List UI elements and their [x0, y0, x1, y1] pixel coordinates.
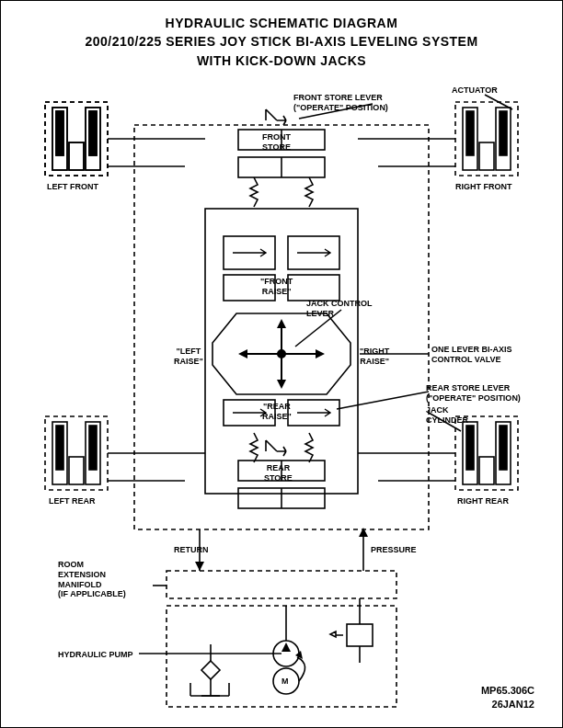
svg-point-55: [278, 350, 285, 358]
svg-rect-25: [479, 457, 494, 484]
label-left-rear: LEFT REAR: [49, 496, 96, 506]
svg-marker-53: [238, 349, 247, 358]
svg-rect-66: [167, 571, 396, 598]
svg-marker-51: [277, 380, 286, 389]
svg-marker-50: [277, 319, 286, 328]
svg-rect-45: [288, 275, 339, 301]
label-one-lever-valve: ONE LEVER BI-AXIS CONTROL VALVE: [431, 345, 512, 365]
label-front-raise: "FRONT RAISE": [260, 277, 293, 297]
svg-rect-18: [89, 426, 97, 470]
svg-rect-24: [500, 426, 507, 470]
svg-rect-2: [45, 102, 108, 176]
footer: MP65.306C 26JAN12: [481, 684, 534, 711]
label-pressure: PRESSURE: [371, 545, 417, 555]
drawing-code: MP65.306C: [481, 684, 534, 697]
label-motor: M: [282, 677, 289, 687]
svg-marker-65: [359, 528, 368, 537]
page: HYDRAULIC SCHEMATIC DIAGRAM 200/210/225 …: [0, 0, 563, 728]
label-room-extension-manifold: ROOM EXTENSION MANIFOLD (IF APPLICABLE): [58, 560, 126, 599]
svg-rect-8: [455, 102, 518, 176]
svg-line-60: [337, 392, 429, 409]
label-right-front: RIGHT FRONT: [455, 182, 512, 192]
label-right-raise: "RIGHT RAISE": [360, 347, 389, 367]
svg-marker-74: [201, 661, 220, 679]
label-jack-control-lever: JACK CONTROL LEVER: [306, 299, 373, 319]
label-front-store-lever: FRONT STORE LEVER ("OPERATE" POSITION): [293, 93, 388, 113]
svg-rect-13: [479, 142, 494, 170]
label-rear-store: REAR STORE: [264, 463, 293, 483]
svg-marker-54: [316, 349, 325, 358]
label-left-raise: "LEFT RAISE": [174, 347, 203, 367]
drawing-date: 26JAN12: [481, 698, 534, 711]
svg-rect-14: [45, 416, 108, 490]
svg-marker-63: [195, 562, 204, 571]
svg-marker-71: [282, 643, 291, 652]
label-rear-raise: "REAR RAISE": [262, 402, 292, 422]
svg-rect-17: [56, 426, 63, 470]
label-jack-cylinder: JACK CYLINDER: [426, 405, 468, 426]
svg-rect-20: [455, 416, 518, 490]
label-right-rear: RIGHT REAR: [457, 496, 509, 506]
label-hydraulic-pump: HYDRAULIC PUMP: [58, 650, 133, 660]
svg-rect-19: [69, 457, 84, 484]
label-actuator: ACTUATOR: [452, 85, 498, 96]
svg-rect-7: [69, 142, 84, 170]
svg-rect-78: [347, 624, 373, 646]
svg-rect-11: [466, 111, 474, 155]
svg-rect-12: [500, 111, 507, 155]
label-return: RETURN: [174, 545, 209, 555]
label-front-store: FRONT STORE: [262, 132, 291, 153]
label-left-front: LEFT FRONT: [47, 182, 98, 192]
label-rear-store-lever: REAR STORE LEVER ("OPERATE" POSITION): [426, 383, 521, 404]
svg-rect-23: [466, 426, 474, 470]
svg-rect-67: [167, 606, 396, 707]
